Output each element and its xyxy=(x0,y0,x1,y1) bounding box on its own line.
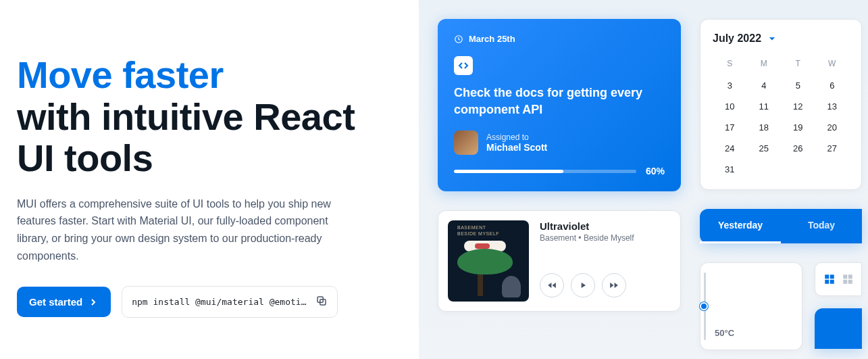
assignee-row: Assigned to Michael Scott xyxy=(454,130,665,155)
code-chip-icon xyxy=(454,56,473,75)
progress-bar xyxy=(454,170,636,173)
calendar-day[interactable] xyxy=(815,159,850,180)
dropdown-icon xyxy=(765,32,779,45)
svg-rect-9 xyxy=(843,280,847,284)
calendar-card: July 2022 S M T W 3 4 5 6 10 11 12 13 17… xyxy=(700,19,862,190)
calendar-month-selector[interactable]: July 2022 xyxy=(713,32,849,45)
svg-rect-8 xyxy=(848,274,852,279)
hero-title-rest: with intuitive React UI tools xyxy=(17,95,355,180)
play-icon xyxy=(578,281,588,290)
grid-view-toggle[interactable] xyxy=(821,268,838,290)
temperature-card: 50°C xyxy=(700,262,802,350)
svg-rect-7 xyxy=(843,274,847,279)
task-card[interactable]: March 25th Check the docs for getting ev… xyxy=(438,19,681,191)
calendar-day[interactable]: 18 xyxy=(747,117,782,138)
tabs-card: Yesterday Today xyxy=(700,209,862,243)
accent-card[interactable] xyxy=(815,308,862,349)
calendar-dow: W xyxy=(815,55,850,75)
avatar xyxy=(454,130,478,155)
svg-rect-10 xyxy=(848,280,852,284)
music-card: BASEMENTBESIDE MYSELF Ultraviolet Baseme… xyxy=(438,210,681,312)
calendar-day[interactable]: 20 xyxy=(815,117,850,138)
grid-icon xyxy=(823,273,836,285)
thermometer-knob[interactable] xyxy=(700,302,708,310)
hero-title-highlight: Move faster xyxy=(17,53,224,96)
assignee-name: Michael Scott xyxy=(486,142,547,153)
forward-button[interactable] xyxy=(602,273,626,297)
clock-icon xyxy=(454,34,463,44)
svg-rect-6 xyxy=(829,280,834,284)
forward-icon xyxy=(609,281,619,290)
album-art: BASEMENTBESIDE MYSELF xyxy=(448,220,529,302)
list-view-toggle[interactable] xyxy=(839,268,856,290)
calendar-dow: S xyxy=(713,55,747,75)
svg-rect-4 xyxy=(829,274,834,279)
install-command-text: npm install @mui/material @emotion... xyxy=(132,297,307,307)
rewind-button[interactable] xyxy=(540,273,564,297)
calendar-day[interactable]: 13 xyxy=(815,96,850,117)
rewind-icon xyxy=(547,281,557,290)
calendar-day[interactable]: 31 xyxy=(713,159,747,180)
calendar-day[interactable]: 12 xyxy=(781,96,815,117)
play-button[interactable] xyxy=(571,273,595,297)
temperature-value: 50°C xyxy=(715,328,734,338)
get-started-button[interactable]: Get started xyxy=(17,287,111,317)
calendar-day[interactable]: 27 xyxy=(815,138,850,159)
calendar-day[interactable]: 17 xyxy=(713,117,747,138)
calendar-day[interactable]: 3 xyxy=(713,75,747,96)
copy-icon xyxy=(315,295,328,307)
calendar-day[interactable]: 25 xyxy=(747,138,782,159)
tab-today[interactable]: Today xyxy=(781,209,862,243)
assigned-label: Assigned to xyxy=(486,133,547,142)
calendar-day[interactable]: 10 xyxy=(713,96,747,117)
calendar-day[interactable]: 24 xyxy=(713,138,747,159)
calendar-day[interactable]: 4 xyxy=(747,75,782,96)
calendar-day[interactable]: 11 xyxy=(747,96,782,117)
showcase-panel: March 25th Check the docs for getting ev… xyxy=(419,0,868,359)
hero-description: MUI offers a comprehensive suite of UI t… xyxy=(17,195,355,264)
svg-rect-5 xyxy=(825,280,829,284)
calendar-dow: T xyxy=(781,55,815,75)
tab-yesterday[interactable]: Yesterday xyxy=(700,209,781,243)
calendar-day[interactable]: 19 xyxy=(781,117,815,138)
track-title: Ultraviolet xyxy=(540,220,671,232)
calendar-dow: M xyxy=(747,55,782,75)
calendar-day[interactable] xyxy=(747,159,782,180)
calendar-grid: S M T W 3 4 5 6 10 11 12 13 17 18 19 20 … xyxy=(713,55,849,180)
get-started-label: Get started xyxy=(29,296,82,308)
calendar-day[interactable] xyxy=(781,159,815,180)
copy-button[interactable] xyxy=(315,295,328,309)
list-icon xyxy=(842,273,854,285)
hero-title: Move faster with intuitive React UI tool… xyxy=(17,54,392,179)
svg-rect-3 xyxy=(825,274,829,279)
track-subtitle: Basement • Beside Myself xyxy=(540,233,671,243)
view-toggle-card xyxy=(815,262,862,296)
calendar-day[interactable]: 5 xyxy=(781,75,815,96)
calendar-day[interactable]: 6 xyxy=(815,75,850,96)
chevron-right-icon xyxy=(88,297,99,308)
calendar-day[interactable]: 26 xyxy=(781,138,815,159)
install-command-box: npm install @mui/material @emotion... xyxy=(122,286,338,318)
task-date: March 25th xyxy=(454,34,665,44)
task-title: Check the docs for getting every compone… xyxy=(454,85,665,118)
progress-value: 60% xyxy=(646,166,665,176)
